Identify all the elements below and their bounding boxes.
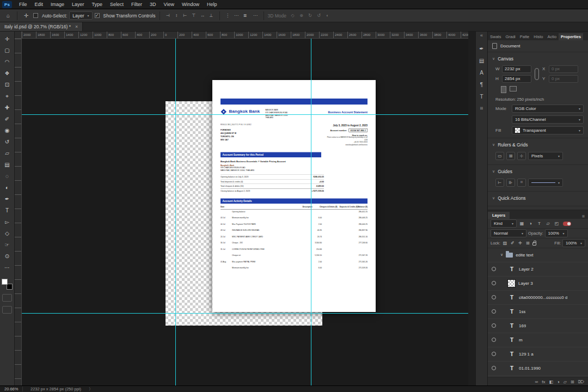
fill-select[interactable]: 100% ▾ <box>562 239 585 247</box>
filter-type-layers-icon[interactable]: T <box>536 220 543 227</box>
path-selection-tool[interactable]: ▻ <box>1 216 13 228</box>
guide-layout-button[interactable]: ⊪ <box>506 179 515 187</box>
new-layer-icon[interactable]: ⊞ <box>571 379 574 384</box>
status-chevron-icon[interactable]: 〉 <box>89 387 93 392</box>
pen-panel-icon[interactable]: ✒ <box>477 44 487 53</box>
align-icon[interactable]: ⊤ <box>190 11 198 20</box>
menu-item[interactable]: Filter <box>127 0 146 9</box>
delete-layer-icon[interactable]: ⌦ <box>578 379 584 384</box>
healing-brush-tool[interactable]: ✚ <box>1 102 13 113</box>
lock-pixels-icon[interactable]: ✐ <box>510 240 516 246</box>
visibility-toggle[interactable] <box>490 309 498 314</box>
guides-header[interactable]: ∨ Guides <box>492 167 584 176</box>
panel-tab[interactable]: Patte <box>518 33 532 40</box>
panel-menu-icon[interactable]: ≡ <box>582 213 585 219</box>
add-guide-button[interactable]: ⊢ <box>495 179 504 187</box>
menu-item[interactable]: Help <box>203 0 221 9</box>
panel-tab[interactable]: Swats <box>488 33 503 40</box>
visibility-toggle[interactable] <box>490 267 498 271</box>
foreground-color-swatch[interactable] <box>2 279 8 285</box>
layer-row[interactable]: Layer 3 <box>488 277 588 291</box>
menu-item[interactable]: Image <box>47 0 68 9</box>
filter-kind-select[interactable]: Kind ▾ <box>491 219 517 228</box>
zoom-level-input[interactable]: 20.66% <box>4 387 23 391</box>
visibility-toggle[interactable] <box>490 295 498 299</box>
canvas-fill-select[interactable]: Transparent ▾ <box>512 126 584 134</box>
filter-pixel-layers-icon[interactable]: ▦ <box>518 220 525 227</box>
lock-transparency-icon[interactable]: ▨ <box>502 240 508 246</box>
filter-smart-objects-icon[interactable]: ◰ <box>553 220 560 227</box>
rectangle-tool[interactable]: ◇ <box>1 228 13 239</box>
move-tool[interactable]: ✛ <box>1 33 13 45</box>
panel-tab[interactable]: Histo <box>531 33 545 40</box>
link-dimensions-icon[interactable] <box>535 68 539 80</box>
canvas-section-header[interactable]: ∨ Canvas <box>492 54 584 63</box>
zoom-tool[interactable]: ⊙ <box>1 250 13 262</box>
lock-all-icon[interactable] <box>532 242 536 246</box>
history-brush-tool[interactable]: ↺ <box>1 136 13 148</box>
landscape-orientation-button[interactable] <box>510 86 517 91</box>
clone-stamp-tool[interactable]: ◉ <box>1 125 13 136</box>
document-tab[interactable]: Italy id.psd @ 20.7% (RGB/16) * × <box>0 22 83 31</box>
close-tab-icon[interactable]: × <box>75 24 78 29</box>
lock-artboard-icon[interactable]: ⊞ <box>525 240 531 246</box>
screen-mode-button[interactable] <box>2 306 12 314</box>
new-adjustment-layer-icon[interactable]: ◑ <box>557 379 560 384</box>
blend-mode-select[interactable]: Normal ▾ <box>491 229 526 237</box>
panel-tab[interactable]: Actio <box>545 33 559 40</box>
brush-tool[interactable]: ✐ <box>1 113 13 125</box>
align-icon[interactable]: ⊥ <box>207 11 216 20</box>
collapse-panels-icon[interactable]: « <box>480 33 483 38</box>
vertical-guide-1[interactable] <box>175 39 176 385</box>
visibility-toggle[interactable] <box>490 338 498 342</box>
character-panel-icon[interactable]: A <box>477 68 487 77</box>
glyphs-panel-icon[interactable]: T <box>477 91 487 101</box>
align-icon[interactable]: ↕ <box>173 11 181 20</box>
horizontal-guide-1[interactable] <box>22 114 468 115</box>
units-select[interactable]: Pixels ▾ <box>528 152 563 160</box>
menu-item[interactable]: 3D <box>146 0 160 9</box>
y-input[interactable]: 0 px <box>549 75 578 83</box>
ruler-origin-box[interactable] <box>15 32 22 39</box>
toggle-snap-button[interactable]: ⊹ <box>517 152 526 160</box>
horizontal-ruler[interactable]: 2000180016001400120010008006004002000200… <box>22 32 468 39</box>
auto-select-checkbox[interactable] <box>33 13 38 18</box>
clear-guides-button[interactable]: ⌗ <box>517 179 526 187</box>
align-icon[interactable]: ⊢ <box>181 11 189 20</box>
x-input[interactable]: 0 px <box>549 65 578 73</box>
layer-row[interactable]: T 169 <box>488 319 588 333</box>
blur-tool[interactable]: ◌ <box>1 170 13 182</box>
current-tool-icon[interactable]: ✛ <box>21 11 31 21</box>
visibility-toggle[interactable] <box>490 281 498 285</box>
tab-layers[interactable]: Layers <box>488 212 510 219</box>
menu-item[interactable]: Type <box>88 0 107 9</box>
filter-adjustment-layers-icon[interactable]: ◑ <box>527 220 534 227</box>
auto-select-target-select[interactable]: Layer ▾ <box>69 11 92 20</box>
vertical-ruler[interactable] <box>15 39 22 385</box>
visibility-toggle[interactable] <box>490 323 498 328</box>
vertical-guide-2[interactable] <box>311 39 311 385</box>
filter-shape-layers-icon[interactable]: ▱ <box>544 220 552 227</box>
add-layer-mask-icon[interactable]: ◧ <box>549 379 553 384</box>
edit-toolbar-icon[interactable]: ⋯ <box>1 262 13 273</box>
eraser-tool[interactable]: ▱ <box>1 148 13 159</box>
menu-item[interactable]: File <box>15 0 31 9</box>
lasso-tool[interactable]: ◠ <box>1 56 13 68</box>
more-options-icon[interactable]: ⋯ <box>252 11 260 20</box>
distribute-icon[interactable]: ⋮ <box>224 11 232 20</box>
visibility-toggle[interactable] <box>490 352 498 356</box>
layer-row[interactable]: T 129 1 a <box>488 347 588 362</box>
tab-properties[interactable]: Properties <box>559 33 583 40</box>
crop-tool[interactable]: ⊡ <box>1 79 13 90</box>
horizontal-guide-2[interactable] <box>22 313 468 314</box>
pen-tool[interactable]: ✒ <box>1 193 13 205</box>
brush-settings-panel-icon[interactable]: ▤ <box>477 56 487 65</box>
toggle-rulers-button[interactable]: ▭ <box>495 152 504 160</box>
link-layers-icon[interactable]: ∞ <box>535 379 538 384</box>
visibility-toggle[interactable] <box>490 366 498 370</box>
menu-item[interactable]: Layer <box>68 0 88 9</box>
width-input[interactable]: 2232 px <box>502 65 531 73</box>
layer-row[interactable]: T m <box>488 333 588 347</box>
filter-toggle-switch[interactable] <box>563 222 571 226</box>
hand-tool[interactable]: ☞ <box>1 239 13 250</box>
